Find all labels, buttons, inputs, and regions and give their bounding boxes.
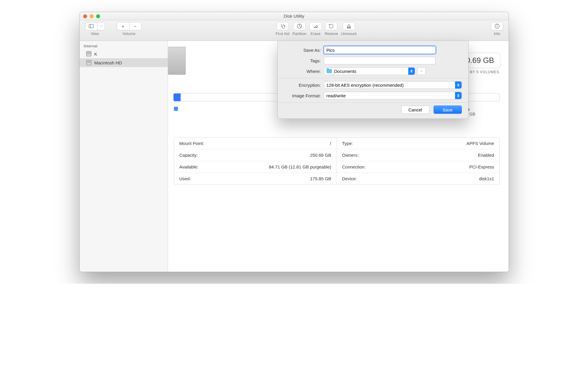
saveas-label: Save As: bbox=[284, 48, 324, 53]
toolbar-label-volume: Volume bbox=[123, 31, 135, 36]
sidebar: Internal K Macintosh HD bbox=[80, 41, 168, 272]
detail-key: Type: bbox=[342, 141, 353, 146]
format-label: Image Format: bbox=[284, 93, 324, 98]
partition-button[interactable] bbox=[293, 22, 306, 30]
updown-icon bbox=[455, 81, 462, 89]
sidebar-item-label: Macintosh HD bbox=[94, 60, 122, 65]
detail-value: 175.85 GB bbox=[310, 176, 331, 181]
save-button[interactable]: Save bbox=[434, 106, 462, 114]
pie-icon bbox=[297, 23, 302, 29]
encryption-value: 128-bit AES encryption (recommended) bbox=[327, 83, 404, 88]
detail-key: Device: bbox=[342, 176, 357, 181]
toolbar-label-view: View bbox=[91, 31, 99, 36]
svg-rect-0 bbox=[89, 24, 94, 28]
where-popup[interactable]: Documents bbox=[324, 67, 415, 75]
detail-value: APFS Volume bbox=[467, 141, 494, 146]
details-table: Mount Point:/ Capacity:250.69 GB Availab… bbox=[174, 137, 500, 185]
toolbar-label-info: Info bbox=[494, 31, 500, 36]
expand-button[interactable] bbox=[417, 67, 426, 75]
save-sheet: Save As: Tags: Where: Documents bbox=[277, 41, 469, 119]
detail-value: 84.71 GB (12.81 GB purgeable) bbox=[269, 164, 331, 169]
erase-button[interactable] bbox=[309, 22, 322, 30]
detail-key: Available: bbox=[179, 164, 199, 169]
window-title: Disk Utility bbox=[80, 12, 509, 20]
svg-point-2 bbox=[284, 25, 285, 26]
chevron-down-icon bbox=[420, 69, 423, 73]
stethoscope-icon bbox=[280, 23, 286, 29]
detail-key: Mount Point: bbox=[179, 141, 204, 146]
titlebar: Disk Utility bbox=[80, 12, 509, 20]
disk-utility-window: Disk Utility View + − Volume bbox=[79, 12, 509, 272]
first-aid-button[interactable] bbox=[276, 22, 289, 30]
sidebar-item-k[interactable]: K bbox=[80, 49, 168, 58]
toolbar-label-firstaid: First Aid bbox=[276, 31, 289, 36]
toolbar-label-unmount: Unmount bbox=[341, 31, 357, 36]
where-label: Where: bbox=[284, 69, 324, 74]
detail-key: Used: bbox=[179, 176, 191, 181]
volume-add-button[interactable]: + bbox=[117, 22, 129, 30]
detail-key: Connection: bbox=[342, 164, 366, 169]
detail-value: 250.69 GB bbox=[310, 153, 331, 158]
sidebar-header: Internal bbox=[80, 43, 168, 49]
sidebar-item-macintosh-hd[interactable]: Macintosh HD bbox=[80, 58, 168, 67]
volume-icon bbox=[168, 47, 186, 75]
plus-icon: + bbox=[122, 24, 124, 29]
disk-icon bbox=[86, 60, 91, 65]
view-menu-button[interactable] bbox=[97, 22, 105, 30]
close-icon[interactable] bbox=[83, 14, 87, 18]
encryption-label: Encryption: bbox=[284, 83, 324, 88]
main-pane: 250.69 GB SHARED BY 5 VOLUMES Free 71.9 … bbox=[168, 41, 509, 272]
restore-button[interactable] bbox=[325, 22, 337, 30]
updown-icon bbox=[455, 92, 462, 99]
toolbar-label-partition: Partition bbox=[292, 31, 307, 36]
info-button[interactable] bbox=[491, 22, 503, 30]
svg-rect-4 bbox=[347, 28, 351, 28]
folder-icon bbox=[327, 69, 332, 73]
sidebar-item-label: K bbox=[94, 51, 97, 56]
disk-icon bbox=[86, 51, 91, 56]
detail-value: / bbox=[330, 141, 331, 146]
minus-icon: − bbox=[134, 24, 136, 29]
detail-value: PCI-Express bbox=[469, 164, 494, 169]
detail-key: Capacity: bbox=[179, 153, 198, 158]
toolbar: View + − Volume First Aid Partition bbox=[80, 20, 509, 41]
restore-icon bbox=[328, 23, 334, 29]
eject-icon bbox=[346, 23, 352, 29]
sidebar-icon bbox=[88, 23, 94, 29]
where-value: Documents bbox=[334, 69, 357, 74]
toolbar-label-erase: Erase bbox=[311, 31, 321, 36]
detail-key: Owners: bbox=[342, 153, 359, 158]
view-button[interactable] bbox=[85, 22, 97, 30]
detail-value: disk1s1 bbox=[479, 176, 494, 181]
volume-remove-button[interactable]: − bbox=[129, 22, 141, 30]
zoom-icon[interactable] bbox=[96, 14, 100, 18]
toolbar-label-restore: Restore bbox=[325, 31, 338, 36]
cancel-button[interactable]: Cancel bbox=[401, 106, 429, 114]
detail-value: Enabled bbox=[478, 153, 494, 158]
updown-icon bbox=[408, 68, 415, 75]
format-popup[interactable]: read/write bbox=[324, 92, 462, 99]
saveas-input[interactable] bbox=[324, 46, 436, 54]
tags-label: Tags: bbox=[284, 58, 324, 63]
unmount-button[interactable] bbox=[343, 22, 355, 30]
info-icon bbox=[494, 23, 500, 29]
minimize-icon[interactable] bbox=[90, 14, 94, 18]
chevron-down-icon bbox=[99, 24, 103, 28]
erase-icon bbox=[313, 23, 319, 29]
format-value: read/write bbox=[327, 93, 346, 98]
tags-input[interactable] bbox=[324, 57, 436, 64]
svg-point-7 bbox=[497, 25, 497, 25]
encryption-popup[interactable]: 128-bit AES encryption (recommended) bbox=[324, 81, 462, 89]
